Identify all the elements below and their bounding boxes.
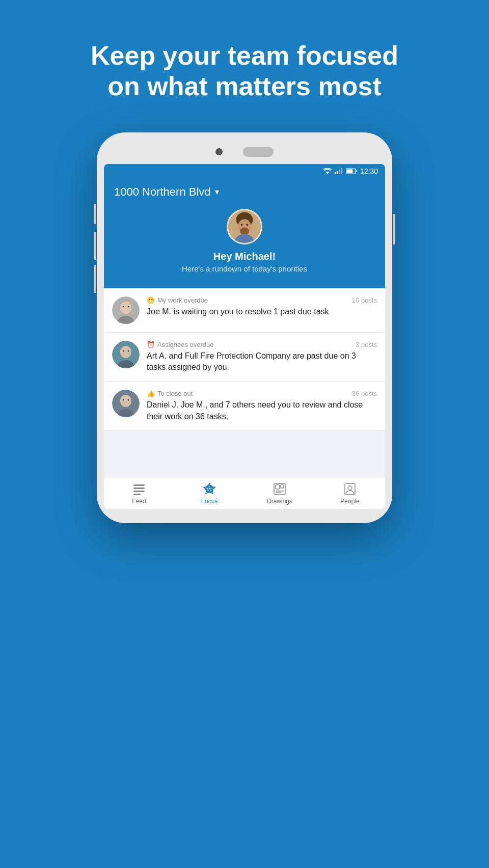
svg-rect-3 — [339, 170, 340, 174]
headline: Keep your team focused on what matters m… — [50, 0, 439, 132]
power-button — [393, 214, 395, 245]
feed-item-3[interactable]: 👍 To close out 36 posts Daniel J. Joe M.… — [104, 382, 385, 431]
nav-label-focus: Focus — [201, 498, 218, 505]
phone-top-bar — [104, 147, 385, 157]
feed-tag-3: 👍 To close out — [147, 390, 193, 397]
svg-marker-0 — [325, 172, 330, 174]
avatar-daniel — [112, 390, 140, 417]
earpiece-speaker — [243, 147, 274, 157]
svg-rect-37 — [276, 485, 280, 489]
svg-rect-6 — [356, 170, 357, 172]
feed-content-3: 👍 To close out 36 posts Daniel J. Joe M.… — [147, 390, 377, 422]
feed-item-1[interactable]: 😬 My work overdue 10 posts Joe M. is wai… — [104, 288, 385, 333]
feed-empty-area — [104, 431, 385, 477]
svg-point-13 — [241, 224, 243, 226]
feed-tag-2: ⏰ Assignees overdue — [147, 341, 214, 348]
svg-point-28 — [123, 399, 124, 401]
nav-item-drawings[interactable]: Drawings — [244, 477, 315, 509]
status-bar: 12:30 — [104, 164, 385, 178]
feed-meta-3: 👍 To close out 36 posts — [147, 390, 377, 397]
user-avatar — [227, 209, 262, 245]
svg-rect-38 — [281, 485, 284, 488]
feed-posts-3: 36 posts — [352, 390, 377, 397]
avatar-art — [112, 341, 140, 368]
svg-point-23 — [123, 350, 124, 351]
focus-icon — [203, 482, 216, 496]
feed-posts-2: 3 posts — [356, 341, 377, 348]
svg-rect-31 — [133, 487, 145, 489]
front-camera — [215, 148, 223, 155]
signal-icon — [335, 168, 343, 174]
feed-text-1: Joe M. is waiting on you to resolve 1 pa… — [147, 306, 377, 317]
overdue-emoji: 😬 — [147, 296, 155, 304]
svg-point-21 — [120, 346, 131, 358]
location-row[interactable]: 1000 Northern Blvd ▾ — [114, 185, 219, 199]
svg-point-24 — [128, 350, 129, 351]
svg-rect-7 — [346, 169, 352, 173]
feed-text-2: Art A. and Full Fire Protection Company … — [147, 350, 377, 373]
svg-rect-1 — [335, 172, 336, 174]
headline-line1: Keep your team focused — [91, 41, 398, 70]
drawings-icon — [273, 482, 286, 496]
nav-item-focus[interactable]: Focus — [174, 477, 244, 509]
thumbsup-emoji: 👍 — [147, 390, 155, 397]
phone-screen: 12:30 1000 Northern Blvd ▾ — [104, 164, 385, 509]
people-icon — [343, 482, 357, 496]
nav-item-people[interactable]: People — [315, 477, 385, 509]
volume-down-button — [94, 232, 96, 260]
feed-tag-label-3: To close out — [157, 390, 193, 397]
feed-item-2[interactable]: ⏰ Assignees overdue 3 posts Art A. and F… — [104, 333, 385, 382]
feed-content-1: 😬 My work overdue 10 posts Joe M. is wai… — [147, 296, 377, 317]
feed-icon — [132, 482, 146, 496]
nav-item-feed[interactable]: Feed — [104, 477, 174, 509]
svg-point-26 — [120, 395, 131, 407]
bottom-nav: Feed Focus — [104, 477, 385, 509]
svg-rect-2 — [337, 171, 338, 174]
location-text: 1000 Northern Blvd — [114, 185, 211, 199]
feed-meta-2: ⏰ Assignees overdue 3 posts — [147, 341, 377, 348]
silent-button — [94, 265, 96, 293]
feed-tag-1: 😬 My work overdue — [147, 296, 208, 304]
svg-rect-32 — [133, 491, 145, 492]
svg-point-11 — [240, 227, 249, 235]
status-icons: 12:30 — [323, 167, 378, 175]
feed-text-3: Daniel J. Joe M., and 7 others need you … — [147, 399, 377, 422]
overdue-clock-emoji: ⏰ — [147, 341, 155, 348]
wifi-icon — [323, 168, 332, 174]
nav-label-feed: Feed — [132, 498, 146, 505]
status-time: 12:30 — [360, 167, 378, 175]
svg-point-42 — [348, 486, 352, 490]
avatar-joe — [112, 296, 140, 324]
greeting-name: Hey Michael! — [213, 251, 276, 262]
svg-rect-30 — [133, 484, 145, 486]
feed-tag-label-1: My work overdue — [157, 296, 208, 304]
svg-rect-4 — [341, 168, 342, 174]
app-header: 1000 Northern Blvd ▾ — [104, 178, 385, 288]
chevron-down-icon: ▾ — [215, 187, 219, 197]
feed-meta-1: 😬 My work overdue 10 posts — [147, 296, 377, 304]
nav-label-people: People — [340, 498, 359, 505]
svg-rect-33 — [133, 494, 141, 495]
greeting-subtitle: Here's a rundown of today's priorities — [182, 264, 307, 273]
svg-point-19 — [128, 306, 129, 307]
feed-posts-1: 10 posts — [352, 296, 377, 304]
svg-point-18 — [123, 306, 124, 307]
nav-label-drawings: Drawings — [267, 498, 292, 505]
svg-point-14 — [247, 224, 249, 226]
battery-icon — [346, 168, 357, 174]
feed-tag-label-2: Assignees overdue — [157, 341, 214, 348]
headline-line2: on what matters most — [107, 71, 381, 101]
phone-shell: 12:30 1000 Northern Blvd ▾ — [97, 132, 392, 524]
volume-up-button — [94, 204, 96, 224]
feed-container: 😬 My work overdue 10 posts Joe M. is wai… — [104, 288, 385, 477]
svg-point-16 — [120, 302, 131, 314]
feed-content-2: ⏰ Assignees overdue 3 posts Art A. and F… — [147, 341, 377, 373]
svg-point-29 — [128, 399, 129, 401]
